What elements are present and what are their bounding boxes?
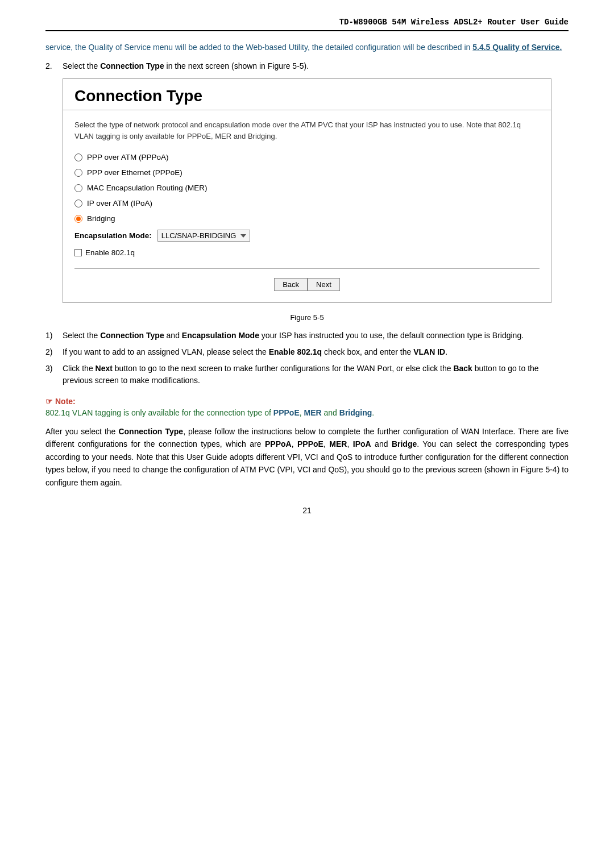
enable-8021q-option[interactable]: Enable 802.1q xyxy=(63,245,551,260)
list-item-3-text: Click the Next button to go to the next … xyxy=(63,363,569,387)
next-button[interactable]: Next xyxy=(308,278,340,291)
chevron-down-icon xyxy=(240,234,246,238)
intro-paragraph: service, the Quality of Service menu wil… xyxy=(45,41,569,53)
enable-8021q-label: Enable 802.1q xyxy=(85,248,135,257)
radio-bridging-circle[interactable] xyxy=(74,215,82,223)
radio-pppoa-label: PPP over ATM (PPPoA) xyxy=(87,153,169,161)
list-item-1-text: Select the Connection Type and Encapsula… xyxy=(63,330,524,342)
list-item-1-num: 1) xyxy=(45,330,58,342)
radio-bridging[interactable]: Bridging xyxy=(63,211,551,226)
radio-bridging-inner xyxy=(76,217,81,221)
connection-type-box: Connection Type Select the type of netwo… xyxy=(63,78,551,303)
header-subtitle: 54M Wireless ADSL2+ Router User Guide xyxy=(387,18,569,27)
radio-mer-circle[interactable] xyxy=(74,184,82,192)
ct-divider xyxy=(74,268,540,269)
radio-pppoe-circle[interactable] xyxy=(74,169,82,177)
body-paragraph: After you select the Connection Type, pl… xyxy=(45,425,569,489)
list-item-2-num: 2) xyxy=(45,346,58,358)
note-section: ☞ Note: 802.1q VLAN tagging is only avai… xyxy=(45,397,569,417)
quality-of-service-link[interactable]: 5.4.5 Quality of Service. xyxy=(472,43,562,52)
encapsulation-row: Encapsulation Mode: LLC/SNAP-BRIDGING xyxy=(63,226,551,245)
intro-text-before: service, the Quality of Service menu wil… xyxy=(45,43,472,52)
page-header: TD-W8900GB 54M Wireless ADSL2+ Router Us… xyxy=(45,17,569,31)
back-button[interactable]: Back xyxy=(274,278,308,291)
step-2: 2. Select the Connection Type in the nex… xyxy=(45,61,569,70)
page-number: 21 xyxy=(45,506,569,515)
connection-type-description: Select the type of network protocol and … xyxy=(63,119,551,142)
page: TD-W8900GB 54M Wireless ADSL2+ Router Us… xyxy=(0,0,614,538)
radio-mer-label: MAC Encapsulation Routing (MER) xyxy=(87,184,208,192)
header-model: TD-W8900GB xyxy=(339,18,387,27)
list-items: 1) Select the Connection Type and Encaps… xyxy=(45,330,569,387)
note-text: 802.1q VLAN tagging is only available fo… xyxy=(45,408,569,417)
step-2-num: 2. xyxy=(45,61,58,70)
list-item-1: 1) Select the Connection Type and Encaps… xyxy=(45,330,569,342)
radio-ipoa-label: IP over ATM (IPoA) xyxy=(87,199,152,207)
list-item-3-num: 3) xyxy=(45,363,58,387)
note-icon: ☞ xyxy=(45,397,53,406)
encapsulation-label: Encapsulation Mode: xyxy=(74,231,152,240)
radio-ipoa-circle[interactable] xyxy=(74,200,82,207)
radio-pppoe-label: PPP over Ethernet (PPPoE) xyxy=(87,168,182,177)
list-item-2-text: If you want to add to an assigned VLAN, … xyxy=(63,346,447,358)
radio-bridging-label: Bridging xyxy=(87,214,115,223)
step-2-text: Select the Connection Type in the next s… xyxy=(63,61,309,70)
encapsulation-value: LLC/SNAP-BRIDGING xyxy=(161,231,236,240)
radio-pppoa[interactable]: PPP over ATM (PPPoA) xyxy=(63,149,551,165)
connection-type-title: Connection Type xyxy=(63,79,551,110)
radio-mer[interactable]: MAC Encapsulation Routing (MER) xyxy=(63,180,551,196)
note-label: Note: xyxy=(55,397,76,406)
list-item-2: 2) If you want to add to an assigned VLA… xyxy=(45,346,569,358)
figure-label: Figure 5-5 xyxy=(45,313,569,322)
note-header: ☞ Note: xyxy=(45,397,569,406)
encapsulation-select[interactable]: LLC/SNAP-BRIDGING xyxy=(157,230,250,242)
enable-8021q-checkbox[interactable] xyxy=(74,249,82,256)
list-item-3: 3) Click the Next button to go to the ne… xyxy=(45,363,569,387)
radio-pppoa-circle[interactable] xyxy=(74,153,82,161)
radio-pppoe[interactable]: PPP over Ethernet (PPPoE) xyxy=(63,165,551,180)
radio-ipoa[interactable]: IP over ATM (IPoA) xyxy=(63,196,551,211)
button-row: Back Next xyxy=(63,275,551,291)
